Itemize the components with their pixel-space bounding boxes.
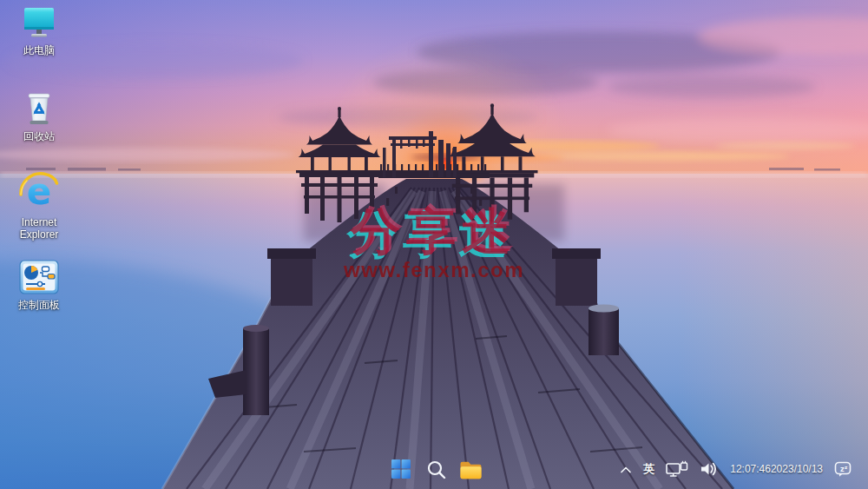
internet-explorer-icon: e bbox=[17, 169, 61, 214]
svg-text:z: z bbox=[845, 465, 847, 470]
taskbar-tray: 英 12:07:46 202 bbox=[618, 449, 854, 489]
file-explorer-icon bbox=[459, 459, 483, 479]
tray-hidden-icons-chevron[interactable] bbox=[618, 454, 634, 484]
this-pc-icon bbox=[20, 5, 58, 42]
recycle-bin-icon bbox=[20, 89, 58, 128]
tray-notification-center[interactable]: z z bbox=[832, 454, 854, 484]
file-explorer-button[interactable] bbox=[457, 453, 484, 486]
tray-date: 2023/10/13 bbox=[771, 463, 823, 475]
network-ethernet-icon bbox=[666, 460, 688, 478]
tray-network[interactable] bbox=[664, 454, 690, 484]
desktop-icon-this-pc[interactable]: 此电脑 bbox=[5, 5, 73, 56]
chevron-up-icon bbox=[620, 466, 632, 473]
start-button[interactable] bbox=[387, 453, 415, 486]
wallpaper-sunset-pier bbox=[0, 0, 868, 489]
taskbar-center-group bbox=[387, 449, 484, 489]
windows-start-icon bbox=[391, 459, 411, 479]
desktop-icon-label: Internet Explorer bbox=[6, 216, 72, 241]
speaker-volume-icon bbox=[700, 461, 719, 477]
desktop-icon-internet-explorer[interactable]: e Internet Explorer bbox=[5, 169, 73, 241]
control-panel-icon bbox=[19, 260, 59, 296]
desktop: 分享迷 www.fenxm.com 此电脑 bbox=[0, 0, 868, 489]
tray-time: 12:07:46 bbox=[730, 463, 771, 475]
desktop-icon-control-panel[interactable]: 控制面板 bbox=[5, 260, 73, 311]
desktop-icon-recycle-bin[interactable]: 回收站 bbox=[5, 89, 73, 142]
search-icon bbox=[426, 459, 446, 479]
taskbar: 英 12:07:46 202 bbox=[0, 449, 868, 489]
desktop-icon-label: 此电脑 bbox=[23, 44, 55, 56]
notification-do-not-disturb-icon: z z bbox=[834, 460, 852, 478]
tray-clock[interactable]: 12:07:46 2023/10/13 bbox=[728, 454, 825, 484]
desktop-icon-label: 回收站 bbox=[23, 130, 55, 142]
desktop-icon-label: 控制面板 bbox=[18, 299, 60, 311]
tray-volume[interactable] bbox=[698, 454, 720, 484]
tray-language-indicator[interactable]: 英 bbox=[641, 454, 656, 484]
search-button[interactable] bbox=[422, 453, 450, 486]
